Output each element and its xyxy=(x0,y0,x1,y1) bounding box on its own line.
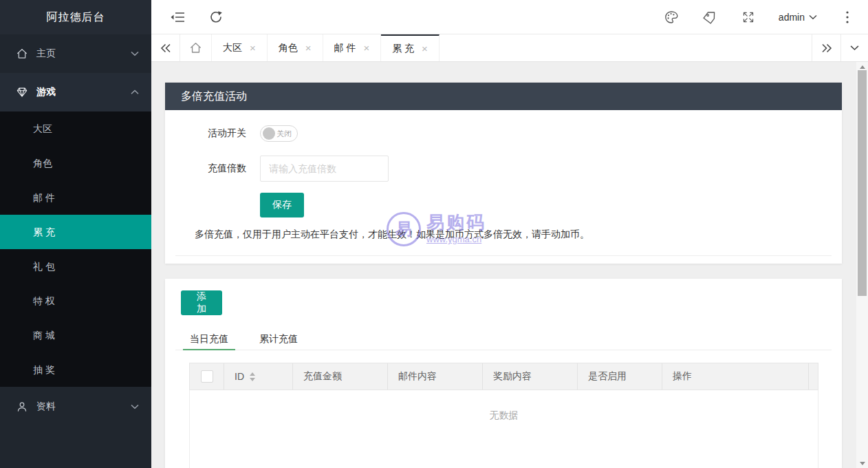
user-icon xyxy=(15,400,29,414)
sidebar-item-leichong[interactable]: 累 充 xyxy=(0,215,151,249)
tag-icon[interactable] xyxy=(702,9,718,25)
tab-daily-recharge[interactable]: 当日充值 xyxy=(183,327,235,350)
recharge-list-panel: 添加 当日充值 累计充值 ID 充值金额 邮件内容 奖励内容 xyxy=(165,279,842,468)
collapse-sidebar-icon[interactable] xyxy=(169,9,186,25)
sidebar-item-juese[interactable]: 角色 xyxy=(0,146,151,180)
select-all-cell xyxy=(190,363,224,390)
header-enabled: 是否启用 xyxy=(578,363,662,390)
tab-juese[interactable]: 角色 × xyxy=(268,34,323,61)
table-header-row: ID 充值金额 邮件内容 奖励内容 是否启用 操作 xyxy=(189,363,818,390)
tab-home[interactable] xyxy=(180,34,212,61)
chevron-down-icon xyxy=(809,14,817,20)
header-id[interactable]: ID xyxy=(224,363,293,390)
multiplier-row: 充值倍数 xyxy=(165,156,842,182)
sidebar-item-youjian[interactable]: 邮 件 xyxy=(0,180,151,215)
tabs-menu-icon[interactable] xyxy=(840,34,868,61)
tabs-scroll-left-icon[interactable] xyxy=(151,34,180,61)
header-amount: 充值金额 xyxy=(293,363,388,390)
save-button[interactable]: 保存 xyxy=(260,193,304,217)
vertical-scrollbar xyxy=(856,62,868,468)
sidebar-item-libao[interactable]: 礼 包 xyxy=(0,249,151,284)
panel-title: 多倍充值活动 xyxy=(165,83,842,110)
content-area: 多倍充值活动 活动开关 关闭 充值倍数 保存 多倍充值，仅用于用户主动在平台支付… xyxy=(151,62,856,468)
sidebar-submenu: 大区 角色 邮 件 累 充 礼 包 特 权 商 城 抽 奖 xyxy=(0,111,151,387)
tabs-scroll-right-icon[interactable] xyxy=(812,34,840,61)
topbar: admin xyxy=(151,0,868,34)
activity-switch-row: 活动开关 关闭 xyxy=(165,125,842,142)
theme-palette-icon[interactable] xyxy=(663,9,680,25)
sidebar-item-label: 游戏 xyxy=(36,86,56,98)
tab-label: 角色 xyxy=(279,42,298,54)
close-icon[interactable]: × xyxy=(363,43,369,53)
tabbar: 大区 × 角色 × 邮 件 × 累 充 × xyxy=(151,34,868,62)
sidebar-item-profile[interactable]: 资料 xyxy=(0,387,151,427)
header-mail: 邮件内容 xyxy=(388,363,483,390)
sort-icon[interactable] xyxy=(250,372,255,381)
username: admin xyxy=(779,12,805,23)
chevron-down-icon xyxy=(131,51,139,56)
sidebar-item-daqu[interactable]: 大区 xyxy=(0,111,151,146)
scrollbar-thumb[interactable] xyxy=(858,70,867,296)
multiplier-input[interactable] xyxy=(260,156,389,182)
sidebar-item-choujiang[interactable]: 抽 奖 xyxy=(0,352,151,387)
tab-daqu[interactable]: 大区 × xyxy=(212,34,268,61)
toggle-state-label: 关闭 xyxy=(276,126,292,141)
refresh-icon[interactable] xyxy=(208,9,224,25)
app-title: 阿拉德后台 xyxy=(0,0,151,34)
more-options-icon[interactable] xyxy=(839,9,856,25)
tab-label: 邮 件 xyxy=(334,42,356,54)
recharge-tabs: 当日充值 累计充值 xyxy=(175,327,832,350)
close-icon[interactable]: × xyxy=(305,43,312,53)
multi-recharge-panel: 多倍充值活动 活动开关 关闭 充值倍数 保存 多倍充值，仅用于用户主动在平台支付… xyxy=(165,83,842,264)
header-filler xyxy=(809,363,818,390)
fullscreen-icon[interactable] xyxy=(740,9,757,25)
activity-switch-toggle[interactable]: 关闭 xyxy=(260,125,298,142)
app-root: 阿拉德后台 主页 游戏 大区 角色 邮 件 累 充 礼 包 特 xyxy=(0,0,868,468)
header-label: ID xyxy=(235,371,244,382)
sidebar-item-shangcheng[interactable]: 商 城 xyxy=(0,318,151,352)
multiplier-label: 充值倍数 xyxy=(165,162,246,175)
sidebar-item-game[interactable]: 游戏 xyxy=(0,73,151,111)
chevron-down-icon xyxy=(131,404,139,410)
scrollbar-down-icon[interactable] xyxy=(856,458,868,468)
sidebar-item-label: 主页 xyxy=(36,47,56,60)
sidebar-item-tequan[interactable]: 特 权 xyxy=(0,284,151,318)
add-button[interactable]: 添加 xyxy=(181,290,222,315)
tabbar-spacer xyxy=(440,34,812,61)
activity-switch-label: 活动开关 xyxy=(165,127,246,140)
recharge-table: ID 充值金额 邮件内容 奖励内容 是否启用 操作 无数据 xyxy=(189,363,818,468)
tab-youjian[interactable]: 邮 件 × xyxy=(323,34,382,61)
sidebar-item-label: 资料 xyxy=(36,401,56,413)
tab-label: 大区 xyxy=(223,42,242,54)
gem-icon xyxy=(15,85,29,99)
select-all-checkbox[interactable] xyxy=(201,370,213,383)
close-icon[interactable]: × xyxy=(422,43,428,54)
recharge-note: 多倍充值，仅用于用户主动在平台支付，才能生效！如果是加币方式多倍无效，请手动加币… xyxy=(165,228,842,241)
header-actions: 操作 xyxy=(662,363,809,390)
tab-leichong[interactable]: 累 充 × xyxy=(381,34,440,61)
user-menu[interactable]: admin xyxy=(779,12,817,23)
tab-total-recharge[interactable]: 累计充值 xyxy=(252,327,305,350)
chevron-up-icon xyxy=(131,89,139,95)
close-icon[interactable]: × xyxy=(250,43,256,53)
sidebar-item-home[interactable]: 主页 xyxy=(0,34,151,73)
header-reward: 奖励内容 xyxy=(483,363,578,390)
toggle-knob xyxy=(263,127,275,140)
empty-state: 无数据 xyxy=(490,410,519,422)
panel-divider xyxy=(175,255,832,256)
tab-label: 累 充 xyxy=(392,43,414,55)
save-row: 保存 xyxy=(165,193,842,217)
home-icon xyxy=(189,41,202,54)
sidebar: 阿拉德后台 主页 游戏 大区 角色 邮 件 累 充 礼 包 特 xyxy=(0,0,151,468)
home-icon xyxy=(15,47,29,61)
table-body: 无数据 xyxy=(189,390,818,468)
